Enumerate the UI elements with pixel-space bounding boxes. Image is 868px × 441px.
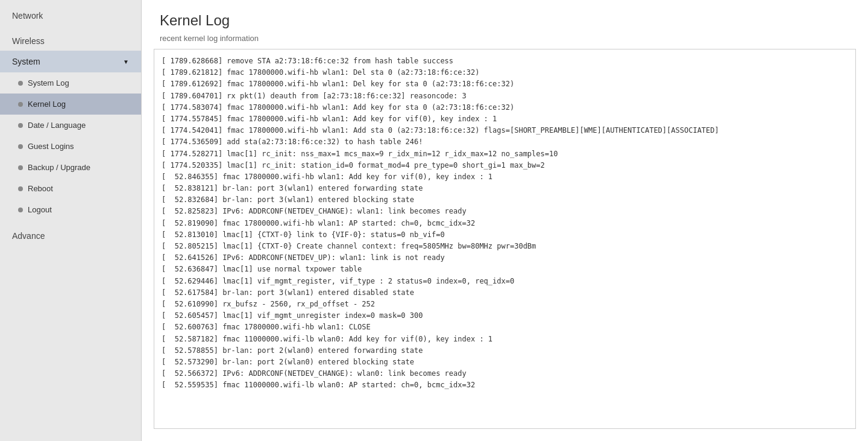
- dot-icon: [18, 123, 23, 128]
- log-line: [ 52.832684] br-lan: port 3(wlan1) enter…: [162, 194, 848, 206]
- log-line: [ 52.610990] rx_bufsz - 2560, rx_pd_offs…: [162, 299, 848, 310]
- guest-logins-label: Guest Logins: [28, 142, 74, 151]
- system-group-label: System: [12, 57, 40, 66]
- sidebar-item-guest-logins[interactable]: Guest Logins: [0, 136, 141, 157]
- page-title: Kernel Log: [160, 12, 850, 29]
- wireless-section-label: Wireless: [0, 25, 141, 51]
- backup-upgrade-label: Backup / Upgrade: [28, 163, 90, 172]
- log-line: [ 52.629446] lmac[1] vif_mgmt_register, …: [162, 276, 848, 287]
- dot-icon: [18, 81, 23, 86]
- log-line: [ 1774.583074] fmac 17800000.wifi-hb wla…: [162, 102, 848, 113]
- log-line: [ 52.825823] IPv6: ADDRCONF(NETDEV_CHANG…: [162, 206, 848, 217]
- kernel-log-output[interactable]: [ 1789.628668] remove STA a2:73:18:f6:ce…: [154, 49, 856, 429]
- dot-icon: [18, 165, 23, 170]
- kernel-log-label: Kernel Log: [28, 100, 66, 109]
- log-line: [ 52.559535] fmac 11000000.wifi-lb wlan0…: [162, 379, 848, 391]
- log-line: [ 1789.628668] remove STA a2:73:18:f6:ce…: [162, 56, 848, 67]
- log-line: [ 52.573290] br-lan: port 2(wlan0) enter…: [162, 357, 848, 368]
- log-line: [ 52.605457] lmac[1] vif_mgmt_unregister…: [162, 310, 848, 322]
- log-line: [ 52.587182] fmac 11000000.wifi-lb wlan0…: [162, 334, 848, 345]
- sidebar-item-logout[interactable]: Logout: [0, 199, 141, 220]
- chevron-down-icon: ▼: [123, 59, 129, 65]
- sidebar: Network Wireless System ▼ System Log Ker…: [0, 0, 142, 441]
- reboot-label: Reboot: [28, 184, 53, 193]
- log-line: [ 52.838121] br-lan: port 3(wlan1) enter…: [162, 183, 848, 194]
- system-log-label: System Log: [28, 78, 69, 87]
- log-line: [ 1774.536509] add sta(a2:73:18:f6:ce:32…: [162, 136, 848, 148]
- log-line: [ 52.805215] lmac[1] {CTXT-0} Create cha…: [162, 241, 848, 252]
- main-content: Kernel Log recent kernel log information…: [142, 0, 868, 441]
- page-subtitle: recent kernel log information: [160, 34, 850, 43]
- log-line: [ 1774.542041] fmac 17800000.wifi-hb wla…: [162, 125, 848, 136]
- log-line: [ 1774.528271] lmac[1] rc_init: nss_max=…: [162, 148, 848, 160]
- log-line: [ 52.813010] lmac[1] {CTXT-0} link to {V…: [162, 229, 848, 241]
- sidebar-item-reboot[interactable]: Reboot: [0, 178, 141, 199]
- log-line: [ 52.617584] br-lan: port 3(wlan1) enter…: [162, 287, 848, 299]
- system-group[interactable]: System ▼: [0, 51, 141, 72]
- log-line: [ 52.636847] lmac[1] use normal txpower …: [162, 264, 848, 275]
- network-section-label: Network: [0, 0, 141, 25]
- sidebar-item-system-log[interactable]: System Log: [0, 72, 141, 94]
- log-line: [ 1774.557845] fmac 17800000.wifi-hb wla…: [162, 113, 848, 125]
- log-line: [ 1774.520335] lmac[1] rc_init: station_…: [162, 160, 848, 171]
- log-line: [ 52.600763] fmac 17800000.wifi-hb wlan1…: [162, 322, 848, 333]
- dot-icon: [18, 144, 23, 149]
- sidebar-item-date-language[interactable]: Date / Language: [0, 115, 141, 136]
- content-header: Kernel Log recent kernel log information: [142, 0, 868, 49]
- sidebar-item-backup-upgrade[interactable]: Backup / Upgrade: [0, 157, 141, 178]
- logout-label: Logout: [28, 205, 52, 214]
- log-line: [ 52.819090] fmac 17800000.wifi-hb wlan1…: [162, 218, 848, 229]
- dot-icon: [18, 186, 23, 191]
- dot-icon: [18, 208, 23, 212]
- advance-section-label: Advance: [0, 220, 141, 246]
- log-line: [ 1789.604701] rx pkt(1) deauth from [a2…: [162, 90, 848, 102]
- log-line: [ 52.846355] fmac 17800000.wifi-hb wlan1…: [162, 171, 848, 183]
- date-language-label: Date / Language: [28, 121, 86, 130]
- log-line: [ 1789.612692] fmac 17800000.wifi-hb wla…: [162, 78, 848, 90]
- log-line: [ 1789.621812] fmac 17800000.wifi-hb wla…: [162, 67, 848, 78]
- sidebar-item-kernel-log[interactable]: Kernel Log: [0, 94, 141, 115]
- log-line: [ 52.566372] IPv6: ADDRCONF(NETDEV_CHANG…: [162, 368, 848, 379]
- dot-icon: [18, 102, 23, 107]
- log-line: [ 52.578855] br-lan: port 2(wlan0) enter…: [162, 345, 848, 357]
- log-line: [ 52.641526] IPv6: ADDRCONF(NETDEV_UP): …: [162, 252, 848, 264]
